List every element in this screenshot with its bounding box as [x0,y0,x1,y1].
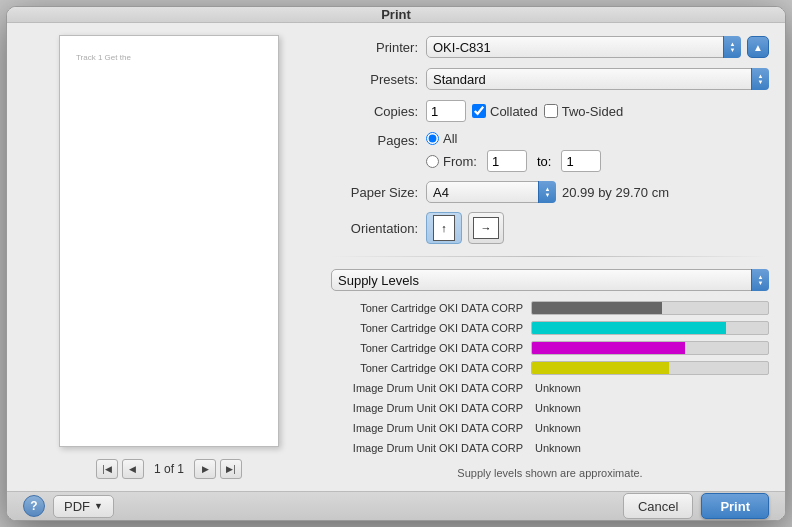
from-radio[interactable] [426,155,439,168]
toner-row-2: Toner Cartridge OKI DATA CORP [331,319,769,337]
orientation-label: Orientation: [331,221,426,236]
preview-text: Track 1 Get the [76,52,131,63]
supply-selector-wrapper: Supply Levels [331,269,769,291]
two-sided-checkbox-label[interactable]: Two-Sided [544,104,623,119]
drum-unknown-1: Unknown [531,382,581,394]
presets-select[interactable]: Standard [426,68,769,90]
copies-input[interactable] [426,100,466,122]
presets-select-wrapper: Standard [426,68,769,90]
drum-name-1: Image Drum Unit OKI DATA CORP [331,382,531,394]
toner-name-1: Toner Cartridge OKI DATA CORP [331,302,531,314]
form-pane: Printer: OKI-C831 ▲ Presets: [331,35,769,479]
portrait-icon: ↑ [433,215,455,241]
pages-from-row: From: to: [426,150,601,172]
toner-bar-1 [532,302,662,314]
paper-size-select-wrapper: A4 [426,181,556,203]
drum-row-1: Image Drum Unit OKI DATA CORP Unknown [331,379,769,397]
section-separator [331,256,769,257]
toner-name-4: Toner Cartridge OKI DATA CORP [331,362,531,374]
collated-checkbox[interactable] [472,104,486,118]
next-page-button[interactable]: ▶ [194,459,216,479]
to-input[interactable] [561,150,601,172]
pdf-label: PDF [64,499,90,514]
toner-bar-container-2 [531,321,769,335]
pages-group: All From: to: [426,131,601,172]
drum-unknown-4: Unknown [531,442,581,454]
cancel-button[interactable]: Cancel [623,493,693,519]
landscape-button[interactable]: → [468,212,504,244]
printer-label: Printer: [331,40,426,55]
paper-size-row: Paper Size: A4 20.99 by 29.70 cm [331,180,769,204]
supply-section: Supply Levels Toner Cartridge OKI DATA C… [331,269,769,479]
help-button[interactable]: ? [23,495,45,517]
supply-note: Supply levels shown are approximate. [331,467,769,479]
orientation-row: Orientation: ↑ → [331,212,769,244]
toner-row-1: Toner Cartridge OKI DATA CORP [331,299,769,317]
pdf-arrow: ▼ [94,501,103,511]
from-radio-label[interactable]: From: [426,154,477,169]
toner-row-4: Toner Cartridge OKI DATA CORP [331,359,769,377]
presets-control-group: Standard [426,68,769,90]
paper-size-select[interactable]: A4 [426,181,556,203]
landscape-arrow: → [481,222,492,234]
toner-bar-2 [532,322,726,334]
toner-bar-4 [532,362,669,374]
all-radio-label[interactable]: All [426,131,457,146]
toner-bar-3 [532,342,685,354]
supply-select-arrow [751,269,769,291]
pages-label: Pages: [331,131,426,148]
printer-control-group: OKI-C831 ▲ [426,36,769,58]
print-button[interactable]: Print [701,493,769,519]
drum-row-2: Image Drum Unit OKI DATA CORP Unknown [331,399,769,417]
paper-size-label: Paper Size: [331,185,426,200]
copies-label: Copies: [331,104,426,119]
portrait-arrow: ↑ [441,222,447,234]
printer-select[interactable]: OKI-C831 [426,36,741,58]
presets-select-arrow [751,68,769,90]
from-label: From: [443,154,477,169]
drum-name-4: Image Drum Unit OKI DATA CORP [331,442,531,454]
bottom-right: Cancel Print [623,493,769,519]
two-sided-label: Two-Sided [562,104,623,119]
last-page-button[interactable]: ▶| [220,459,242,479]
dialog-bottom: ? PDF ▼ Cancel Print [7,491,785,520]
landscape-icon: → [473,217,499,239]
dialog-title: Print [381,7,411,22]
drum-unknown-3: Unknown [531,422,581,434]
title-bar: Print [7,7,785,23]
first-page-button[interactable]: |◀ [96,459,118,479]
prev-page-button[interactable]: ◀ [122,459,144,479]
copies-control-group: Collated Two-Sided [426,100,769,122]
printer-select-arrow [723,36,741,58]
page-label: 1 of 1 [154,462,184,476]
all-radio[interactable] [426,132,439,145]
portrait-button[interactable]: ↑ [426,212,462,244]
from-input[interactable] [487,150,527,172]
to-label: to: [537,154,551,169]
paper-size-description: 20.99 by 29.70 cm [562,185,669,200]
copies-row: Copies: Collated Two-Sided [331,99,769,123]
toner-bar-container-4 [531,361,769,375]
drum-name-3: Image Drum Unit OKI DATA CORP [331,422,531,434]
pages-all-row: All [426,131,601,146]
collated-checkbox-label[interactable]: Collated [472,104,538,119]
orientation-control-group: ↑ → [426,212,769,244]
supply-items: Toner Cartridge OKI DATA CORP Toner Cart… [331,297,769,459]
two-sided-checkbox[interactable] [544,104,558,118]
pagination-bar: |◀ ◀ 1 of 1 ▶ ▶| [96,459,242,479]
supply-select[interactable]: Supply Levels [331,269,769,291]
all-label: All [443,131,457,146]
collated-label: Collated [490,104,538,119]
supply-header-row: Supply Levels [331,269,769,291]
toner-bar-container-1 [531,301,769,315]
paper-size-control-group: A4 20.99 by 29.70 cm [426,181,769,203]
printer-options-button[interactable]: ▲ [747,36,769,58]
toner-name-2: Toner Cartridge OKI DATA CORP [331,322,531,334]
paper-preview: Track 1 Get the [59,35,279,447]
printer-row: Printer: OKI-C831 ▲ [331,35,769,59]
pdf-button[interactable]: PDF ▼ [53,495,114,518]
drum-name-2: Image Drum Unit OKI DATA CORP [331,402,531,414]
drum-row-3: Image Drum Unit OKI DATA CORP Unknown [331,419,769,437]
pages-row: Pages: All From: to: [331,131,769,172]
toner-row-3: Toner Cartridge OKI DATA CORP [331,339,769,357]
